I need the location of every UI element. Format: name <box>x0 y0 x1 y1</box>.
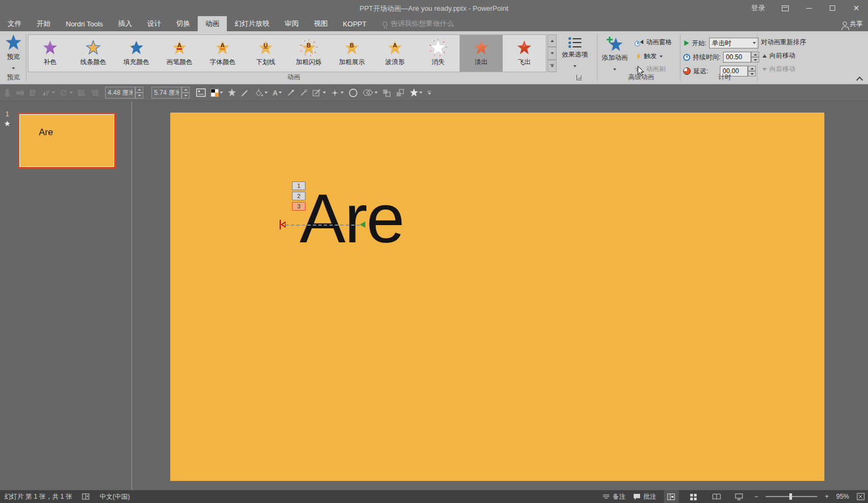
delay-spinner[interactable] <box>748 66 756 76</box>
gallery-item-disappear[interactable]: 消失 <box>416 35 460 72</box>
tab-home[interactable]: 开始 <box>29 16 58 31</box>
align-middle-button[interactable] <box>16 89 24 97</box>
slide-sorter-view-button[interactable] <box>686 490 702 503</box>
motion-path-end-marker[interactable] <box>280 220 286 229</box>
shape-width-field[interactable] <box>105 87 143 99</box>
gallery-item-complement-color[interactable]: 补色 <box>29 35 72 72</box>
font-color-button[interactable]: A <box>273 89 282 97</box>
flip-shape-button[interactable] <box>42 89 55 97</box>
motion-path-line[interactable] <box>286 225 360 226</box>
shape-height-field[interactable] <box>151 87 190 99</box>
tab-animations[interactable]: 动画 <box>198 16 227 31</box>
height-spinner[interactable] <box>182 87 190 99</box>
spin-up-icon[interactable] <box>748 66 756 71</box>
panel-divider[interactable] <box>131 101 132 490</box>
rotate-shape-button[interactable] <box>60 89 73 97</box>
align-objects-button[interactable] <box>29 89 37 97</box>
gallery-item-fly-out[interactable]: ↓ 飞出 <box>503 35 546 72</box>
close-button[interactable]: ✕ <box>844 0 868 16</box>
borders-button[interactable] <box>196 88 206 97</box>
minimize-button[interactable] <box>797 0 821 16</box>
gallery-item-bold-reveal[interactable]: B 加粗展示 <box>330 35 373 72</box>
animation-tag-2[interactable]: 2 <box>292 192 305 200</box>
spin-up-icon[interactable] <box>751 52 759 57</box>
theme-colors-button[interactable] <box>211 89 223 97</box>
toolbar-more-button[interactable] <box>427 91 431 95</box>
zoom-level[interactable]: 95% <box>836 493 849 500</box>
tab-design[interactable]: 设计 <box>140 16 169 31</box>
merge-shapes-button[interactable] <box>363 88 378 97</box>
preview-button[interactable]: 预览 <box>2 34 25 75</box>
sign-in-button[interactable]: 登录 <box>743 0 773 16</box>
normal-view-button[interactable] <box>664 490 679 503</box>
eyedropper-button[interactable] <box>287 89 295 97</box>
language-indicator[interactable]: 中文(中国) <box>100 492 130 501</box>
gallery-item-brush-color[interactable]: A 画笔颜色 <box>158 35 201 72</box>
start-dropdown[interactable]: 单击时 <box>709 38 759 48</box>
oval-shape-button[interactable] <box>349 88 358 97</box>
tell-me-box[interactable]: 告诉我你想要做什么 <box>374 16 454 31</box>
edit-shape-button[interactable] <box>313 89 326 97</box>
slide-thumbnail[interactable]: Are <box>18 113 116 169</box>
tab-review[interactable]: 审阅 <box>277 16 306 31</box>
send-backward-button[interactable] <box>396 89 405 97</box>
gallery-item-fade-out[interactable]: 淡出 <box>460 35 503 72</box>
animation-tag-1[interactable]: 1 <box>292 181 305 190</box>
duration-input[interactable] <box>723 52 751 62</box>
slide-canvas[interactable]: Are 1 2 3 <box>170 113 824 481</box>
gallery-scroll-down-button[interactable] <box>547 47 557 59</box>
gallery-item-line-color[interactable]: 线条颜色 <box>72 35 115 72</box>
gallery-item-bold-flash[interactable]: B 加粗闪烁 <box>287 35 330 72</box>
shape-height-input[interactable] <box>151 87 182 99</box>
width-spinner[interactable] <box>135 87 143 99</box>
collapse-ribbon-button[interactable] <box>857 78 863 81</box>
move-later-button[interactable]: 向后移动 <box>762 65 795 74</box>
slide-text[interactable]: Are <box>300 183 404 255</box>
move-earlier-button[interactable]: 向前移动 <box>762 51 795 60</box>
brush-button[interactable] <box>241 89 249 97</box>
edit-points-button[interactable] <box>331 89 344 97</box>
add-animation-button[interactable]: 添加动画 <box>599 37 630 72</box>
gallery-more-button[interactable] <box>547 60 557 72</box>
distribute-vertical-button[interactable] <box>91 89 99 97</box>
effect-options-button[interactable]: 效果选项 <box>559 37 591 69</box>
animation-dialog-launcher-icon[interactable] <box>577 75 582 80</box>
proofing-icon[interactable] <box>82 493 90 500</box>
zoom-slider[interactable] <box>766 496 817 497</box>
spin-down-icon[interactable] <box>135 93 143 99</box>
reading-view-button[interactable] <box>709 490 724 503</box>
comments-button[interactable]: 批注 <box>633 490 656 503</box>
tab-insert[interactable]: 插入 <box>110 16 140 31</box>
slideshow-view-button[interactable] <box>732 490 747 503</box>
duration-field[interactable] <box>723 52 759 62</box>
bring-forward-button[interactable] <box>383 89 391 97</box>
zoom-in-button[interactable]: + <box>825 490 829 503</box>
ribbon-display-options-button[interactable] <box>773 0 797 16</box>
shape-width-input[interactable] <box>105 87 135 99</box>
gallery-item-wave[interactable]: A 波浪形 <box>373 35 416 72</box>
quick-star-button[interactable] <box>409 88 422 97</box>
zoom-out-button[interactable]: − <box>754 490 758 503</box>
motion-path-start-marker[interactable] <box>360 221 365 228</box>
tab-koppt[interactable]: KOPPT <box>335 16 374 31</box>
spin-up-icon[interactable] <box>182 87 190 93</box>
spin-up-icon[interactable] <box>135 87 143 93</box>
gallery-scroll-up-button[interactable] <box>547 34 557 47</box>
notes-button[interactable]: 备注 <box>602 490 626 503</box>
duration-spinner[interactable] <box>751 52 759 62</box>
maximize-button[interactable] <box>821 0 844 16</box>
spin-down-icon[interactable] <box>748 71 756 76</box>
zoom-slider-thumb[interactable] <box>789 493 792 500</box>
trigger-button[interactable]: 触发 <box>636 52 663 61</box>
tab-transitions[interactable]: 切换 <box>169 16 198 31</box>
tab-view[interactable]: 视图 <box>306 16 335 31</box>
gallery-item-fill-color[interactable]: 填充颜色 <box>115 35 158 72</box>
fill-bucket-button[interactable] <box>254 89 268 97</box>
fit-to-window-button[interactable] <box>857 493 865 500</box>
gallery-item-underline[interactable]: U 下划线 <box>244 35 287 72</box>
align-center-button[interactable] <box>3 89 11 97</box>
tab-slideshow[interactable]: 幻灯片放映 <box>227 16 277 31</box>
gallery-item-font-color[interactable]: A 字体颜色 <box>201 35 244 72</box>
eyedropper-alt-button[interactable] <box>300 89 308 97</box>
animation-pane-button[interactable]: 动画窗格 <box>635 38 672 47</box>
